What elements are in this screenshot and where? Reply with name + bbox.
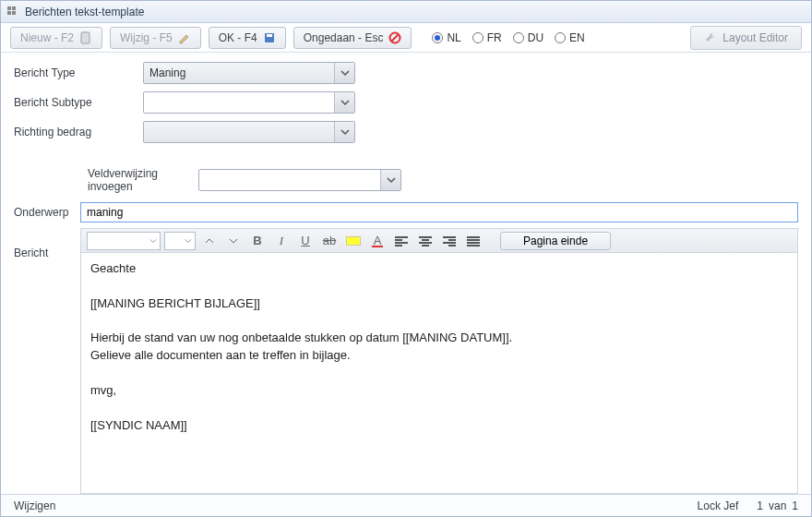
radio-icon <box>472 32 484 43</box>
align-center-button[interactable] <box>415 232 436 250</box>
svg-rect-4 <box>81 32 90 43</box>
align-justify-button[interactable] <box>463 232 484 250</box>
font-family-combo[interactable] <box>87 232 161 250</box>
lang-label: DU <box>528 31 543 44</box>
chevron-down-icon <box>334 92 354 113</box>
radio-icon <box>555 32 566 43</box>
chevron-down-icon <box>334 122 354 142</box>
lang-label: NL <box>447 31 460 44</box>
radio-icon <box>432 32 443 43</box>
type-value: Maning <box>149 66 185 79</box>
lang-radio-nl[interactable]: NL <box>432 31 460 44</box>
font-color-button[interactable]: A <box>367 232 388 250</box>
font-size-down-button[interactable] <box>223 232 244 250</box>
undo-button[interactable]: Ongedaan - Esc <box>293 27 412 49</box>
app-window: Berichten tekst-template Nieuw - F2 Wijz… <box>0 0 812 517</box>
layout-editor-button[interactable]: Layout Editor <box>690 26 802 50</box>
chevron-down-icon <box>334 63 354 83</box>
italic-button[interactable]: I <box>271 232 292 250</box>
svg-rect-1 <box>12 6 16 10</box>
lang-label: EN <box>569 31 585 44</box>
bold-button[interactable]: B <box>247 232 268 250</box>
chevron-down-icon <box>380 170 400 190</box>
page-break-button[interactable]: Pagina einde <box>500 232 611 250</box>
lang-radio-en[interactable]: EN <box>555 31 585 44</box>
insert-fieldref-label: Veldverwijzing invoegen <box>14 167 198 193</box>
body-label: Bericht <box>14 228 80 494</box>
font-size-combo[interactable] <box>164 232 196 250</box>
title-bar: Berichten tekst-template <box>1 1 811 23</box>
document-icon <box>79 31 92 44</box>
ok-button[interactable]: OK - F4 <box>209 27 286 49</box>
align-left-button[interactable] <box>391 232 412 250</box>
wrench-icon <box>704 31 717 44</box>
svg-line-8 <box>392 34 399 41</box>
form-panel: Bericht Type Maning Bericht Subtype Rich… <box>1 53 811 494</box>
language-radio-group: NL FR DU EN <box>432 31 584 44</box>
svg-rect-6 <box>267 34 272 37</box>
subject-label: Onderwerp <box>14 206 80 219</box>
status-lock: Lock Jef <box>698 499 739 512</box>
subtype-combo[interactable] <box>143 91 355 114</box>
font-size-up-button[interactable] <box>199 232 220 250</box>
subtype-label: Bericht Subtype <box>14 96 143 109</box>
app-icon <box>6 6 19 18</box>
align-left-icon <box>395 235 408 246</box>
layout-editor-label: Layout Editor <box>722 31 788 44</box>
lang-label: FR <box>487 31 502 44</box>
lang-radio-fr[interactable]: FR <box>472 31 502 44</box>
underline-button[interactable]: U <box>295 232 316 250</box>
new-button[interactable]: Nieuw - F2 <box>10 27 102 49</box>
highlight-button[interactable] <box>343 232 364 250</box>
align-center-icon <box>419 235 432 246</box>
status-mode: Wijzigen <box>14 499 55 512</box>
type-combo[interactable]: Maning <box>143 62 355 84</box>
edit-button-label: Wijzig - F5 <box>120 31 173 44</box>
direction-combo[interactable] <box>143 121 355 143</box>
svg-rect-0 <box>7 6 11 10</box>
new-button-label: Nieuw - F2 <box>20 31 74 44</box>
status-pos: 1 <box>757 499 763 512</box>
lang-radio-du[interactable]: DU <box>513 31 543 44</box>
ok-button-label: OK - F4 <box>219 31 257 44</box>
type-label: Bericht Type <box>14 66 143 79</box>
pencil-icon <box>178 31 191 44</box>
cancel-icon <box>388 31 401 44</box>
insert-fieldref-combo[interactable] <box>198 169 401 191</box>
status-total: 1 <box>792 499 798 512</box>
main-toolbar: Nieuw - F2 Wijzig - F5 OK - F4 Ongedaan … <box>1 23 811 53</box>
edit-button[interactable]: Wijzig - F5 <box>110 27 201 49</box>
status-bar: Wijzigen Lock Jef 1 van 1 <box>1 494 811 516</box>
status-sep: van <box>769 499 786 512</box>
highlight-swatch-icon <box>346 236 361 246</box>
direction-label: Richting bedrag <box>14 126 143 138</box>
subject-input[interactable] <box>80 202 798 222</box>
window-title: Berichten tekst-template <box>25 6 144 18</box>
editor-body[interactable]: Geachte [[MANING BERICHT BIJLAGE]] Hierb… <box>81 253 797 493</box>
undo-button-label: Ongedaan - Esc <box>304 31 384 44</box>
save-icon <box>263 31 276 44</box>
strikethrough-button[interactable]: ab <box>319 232 340 250</box>
svg-rect-2 <box>7 11 11 15</box>
align-justify-icon <box>467 235 480 246</box>
svg-rect-3 <box>12 11 16 15</box>
editor-toolbar: B I U ab A Pagina einde <box>81 229 797 253</box>
align-right-button[interactable] <box>439 232 460 250</box>
rich-text-editor: B I U ab A Pagina einde Geachte [[MANING… <box>80 228 798 494</box>
align-right-icon <box>443 235 456 246</box>
radio-icon <box>513 32 524 43</box>
